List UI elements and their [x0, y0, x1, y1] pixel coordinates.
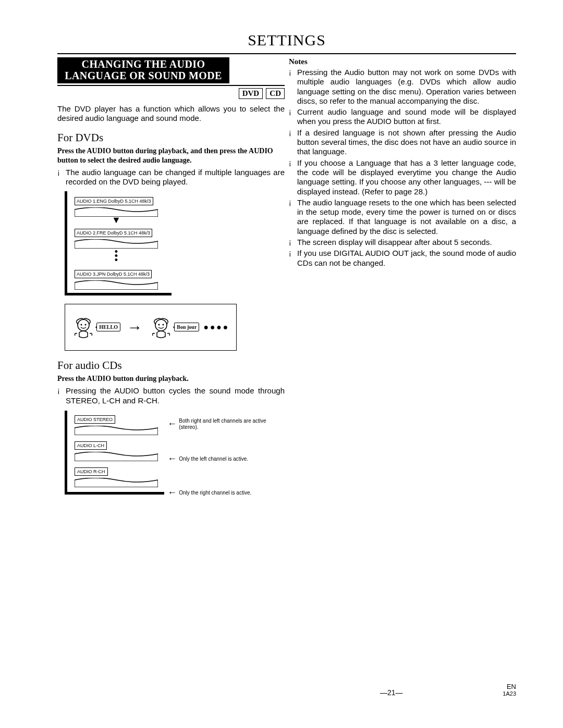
right-arrow-icon: →: [127, 318, 143, 336]
for-dvds-instruction: Press the AUDIO button during playback, …: [57, 146, 285, 165]
for-cds-heading: For audio CDs: [57, 359, 285, 372]
footer-lang: EN: [503, 683, 516, 690]
note-6: If you use DIGITAL AUDIO OUT jack, the s…: [297, 249, 516, 268]
media-tag-cd: CD: [266, 88, 285, 99]
film-strip-icon: [75, 452, 158, 461]
two-column-content: CHANGING THE AUDIO LANGUAGE OR SOUND MOD…: [57, 57, 516, 514]
character-hello: HELLO: [71, 315, 120, 339]
section-heading: CHANGING THE AUDIO LANGUAGE OR SOUND MOD…: [57, 57, 229, 83]
girl-face-icon: [149, 315, 173, 339]
page-number: —21—: [280, 688, 503, 697]
girl-face-icon: [71, 315, 95, 339]
cd-cycle-figure: AUDIO STEREO AUDIO L-CH AUDIO R-CH ←Both…: [65, 411, 285, 514]
media-tag-dvd: DVD: [239, 88, 263, 99]
down-arrow-icon: ▼: [75, 217, 158, 223]
film-strip-icon: [75, 478, 158, 487]
left-arrow-icon: ←: [167, 418, 177, 430]
notes-heading: Notes: [289, 57, 516, 66]
language-change-illustration: HELLO →: [65, 304, 237, 351]
intro-text: The DVD player has a function which allo…: [57, 104, 285, 124]
film-strip-icon: [75, 280, 158, 290]
for-cds-bullet: ¡ Pressing the AUDIO button cycles the s…: [57, 386, 285, 405]
svg-point-3: [155, 319, 167, 331]
bullet-marker: ¡: [289, 158, 297, 168]
character-bonjour: Bon jour: [149, 315, 199, 339]
left-column: CHANGING THE AUDIO LANGUAGE OR SOUND MOD…: [57, 57, 285, 514]
section-heading-line2: LANGUAGE OR SOUND MODE: [57, 70, 229, 81]
note-0: Pressing the Audio button may not work o…: [297, 68, 516, 106]
dvd-cycle-figure: AUDIO 1.ENG DolbyD 5.1CH 48k/3 ▼ AUDIO 2…: [65, 191, 285, 295]
bullet-marker: ¡: [57, 386, 66, 396]
for-cds-instruction: Press the AUDIO button during playback.: [57, 374, 285, 384]
bullet-marker: ¡: [289, 249, 297, 258]
audio-label-1: AUDIO 1.ENG DolbyD 5.1CH 48k/3: [75, 197, 153, 205]
speech-bubble-2: Bon jour: [174, 323, 199, 331]
speech-bubble-1: HELLO: [96, 323, 120, 331]
svg-point-4: [158, 324, 160, 325]
svg-point-0: [78, 319, 89, 331]
cd-mode-label-1: AUDIO L-CH: [75, 441, 107, 450]
footer-code: 1A23: [503, 690, 516, 697]
cd-mode-label-0: AUDIO STEREO: [75, 415, 115, 424]
for-cds-bullet-text: Pressing the AUDIO button cycles the sou…: [66, 386, 285, 405]
section-heading-line1: CHANGING THE AUDIO: [57, 58, 229, 70]
page-footer: —21— EN 1A23: [57, 683, 516, 697]
title-rule: [57, 53, 516, 54]
audio-label-2: AUDIO 2.FRE DolbyD 5.1CH 48k/3: [75, 229, 152, 237]
cd-mode-desc-0: Both right and left channels are active …: [179, 418, 285, 430]
note-2: If a desired language is not shown after…: [297, 128, 516, 157]
note-1: Current audio language and sound mode wi…: [297, 107, 516, 127]
note-3: If you choose a Language that has a 3 le…: [297, 158, 516, 196]
cd-mode-desc-2: Only the right channel is active.: [179, 490, 251, 496]
ellipsis-icon: ••••: [204, 320, 230, 335]
left-arrow-icon: ←: [167, 453, 177, 465]
for-dvds-bullet: ¡ The audio language can be changed if m…: [57, 168, 285, 187]
cd-mode-label-2: AUDIO R-CH: [75, 467, 108, 476]
for-dvds-heading: For DVDs: [57, 131, 285, 144]
media-tags: DVD CD: [57, 88, 285, 99]
film-strip-icon: [75, 426, 158, 435]
bullet-marker: ¡: [289, 198, 297, 207]
svg-point-5: [163, 324, 164, 325]
bullet-marker: ¡: [289, 238, 297, 247]
svg-point-2: [85, 324, 87, 325]
left-arrow-icon: ←: [167, 487, 177, 499]
page-title: SETTINGS: [57, 31, 516, 49]
svg-point-1: [81, 324, 82, 325]
section-rule: [57, 85, 285, 86]
vertical-dots-icon: •••: [75, 249, 158, 264]
bullet-marker: ¡: [289, 128, 297, 138]
bullet-marker: ¡: [289, 68, 297, 77]
note-4: The audio language resets to the one whi…: [297, 198, 516, 236]
right-column: Notes ¡Pressing the Audio button may not…: [289, 57, 516, 514]
audio-label-3: AUDIO 3.JPN DolbyD 5.1CH 48k/3: [75, 270, 152, 278]
bullet-marker: ¡: [57, 168, 66, 177]
cd-mode-desc-1: Only the left channel is active.: [179, 456, 248, 462]
note-5: The screen display will disappear after …: [297, 238, 492, 247]
for-dvds-bullet-text: The audio language can be changed if mul…: [66, 168, 285, 187]
bullet-marker: ¡: [289, 107, 297, 117]
